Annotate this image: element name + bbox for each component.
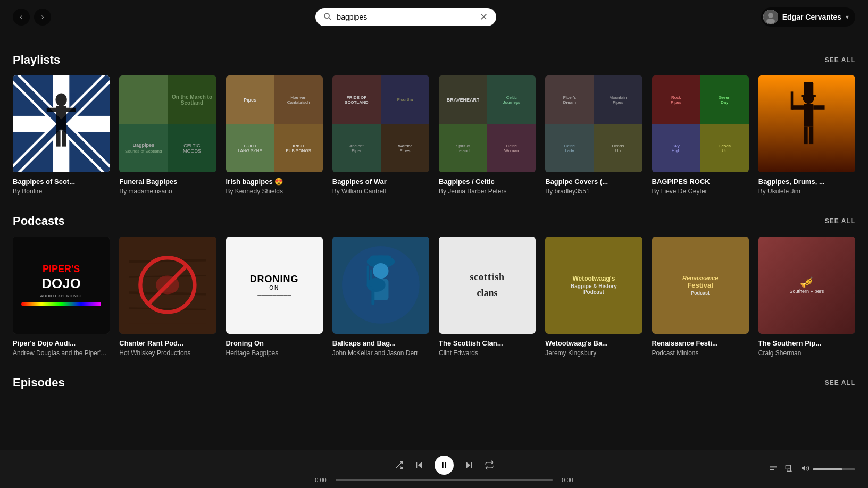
card-title: BAGPIPES ROCK bbox=[652, 178, 749, 186]
podcast-card[interactable]: DRONING ON ▬▬▬▬▬▬▬▬▬ Droning On Heritage… bbox=[226, 237, 323, 356]
volume-icon[interactable] bbox=[801, 464, 809, 475]
svg-marker-47 bbox=[418, 462, 422, 468]
repeat-button[interactable] bbox=[485, 460, 494, 470]
svg-rect-27 bbox=[809, 127, 813, 144]
devices-button[interactable] bbox=[785, 464, 794, 475]
playlist-card[interactable]: On the March to Scotland Bagpipes Sounds… bbox=[119, 75, 216, 195]
card-title: Bagpipes / Celtic bbox=[439, 178, 536, 186]
user-menu[interactable]: Edgar Cervantes ▾ bbox=[761, 7, 855, 27]
search-bar: ✕ bbox=[315, 8, 496, 26]
card-title: Bagpipes, Drums, ... bbox=[758, 178, 855, 186]
card-title: Chanter Rant Pod... bbox=[119, 339, 216, 347]
episodes-see-all-button[interactable]: SEE ALL bbox=[825, 379, 855, 386]
play-pause-button[interactable] bbox=[435, 456, 454, 475]
card-title: Wetootwaag's Ba... bbox=[545, 339, 642, 347]
playlists-grid: Bagpipes of Scot... By Bonfire On the Ma… bbox=[13, 75, 855, 195]
card-title: Funeral Bagpipes bbox=[119, 178, 216, 186]
svg-point-41 bbox=[367, 278, 386, 292]
card-image: PIPER'S DOJO AUDIO EXPERIENCE bbox=[13, 237, 110, 333]
card-title: Bagpipes of Scot... bbox=[13, 178, 110, 186]
card-title: Bagpipe Covers (... bbox=[545, 178, 642, 186]
shuffle-button[interactable] bbox=[394, 460, 404, 470]
card-image: BRAVEHEART CelticJourneys Spirit ofIrela… bbox=[439, 75, 536, 172]
card-image: Piper'sDream MountainPipes CelticLady He… bbox=[545, 75, 642, 172]
svg-rect-55 bbox=[770, 469, 774, 470]
playlist-card[interactable]: Piper'sDream MountainPipes CelticLady He… bbox=[545, 75, 642, 195]
avatar bbox=[763, 10, 778, 24]
svg-rect-54 bbox=[770, 467, 777, 468]
progress-track[interactable] bbox=[336, 479, 553, 481]
bottom-player: 0:00 0:00 bbox=[0, 450, 868, 488]
podcast-card[interactable]: Renaissance Festival Podcast Renaissance… bbox=[652, 237, 749, 356]
card-image: Pipes Hoe vanCantabrisch BUILDLANG SYNE … bbox=[226, 75, 323, 172]
svg-rect-50 bbox=[445, 462, 446, 468]
svg-rect-56 bbox=[786, 465, 790, 469]
queue-button[interactable] bbox=[769, 464, 778, 475]
card-image bbox=[758, 75, 855, 172]
podcast-card[interactable]: Chanter Rant Pod... Hot Whiskey Producti… bbox=[119, 237, 216, 356]
playlist-card[interactable]: Pipes Hoe vanCantabrisch BUILDLANG SYNE … bbox=[226, 75, 323, 195]
podcast-card[interactable]: scottish clans The Scottish Clan... Clin… bbox=[439, 237, 536, 356]
card-subtitle: Heritage Bagpipes bbox=[226, 349, 323, 357]
card-title: Droning On bbox=[226, 339, 323, 347]
main-content: Playlists SEE ALL bbox=[0, 53, 868, 441]
playlist-card[interactable]: BRAVEHEART CelticJourneys Spirit ofIrela… bbox=[439, 75, 536, 195]
playlist-card[interactable]: RockPipes GreenDay SkyHigh HeadsUp BAGP bbox=[652, 75, 749, 195]
svg-rect-48 bbox=[416, 462, 418, 468]
svg-rect-22 bbox=[804, 104, 813, 127]
svg-rect-23 bbox=[792, 105, 804, 110]
svg-point-4 bbox=[766, 19, 775, 24]
player-right bbox=[769, 464, 855, 475]
prev-button[interactable] bbox=[414, 460, 424, 470]
playlist-card[interactable]: Bagpipes of Scot... By Bonfire bbox=[13, 75, 110, 195]
card-title: Renaissance Festi... bbox=[652, 339, 749, 347]
podcast-card[interactable]: 🎺 Southern Pipers The Southern Pip... Cr… bbox=[758, 237, 855, 356]
svg-rect-24 bbox=[813, 105, 824, 110]
current-time: 0:00 bbox=[311, 477, 330, 483]
playlist-card[interactable]: Bagpipes, Drums, ... By Ukulele Jim bbox=[758, 75, 855, 195]
svg-line-29 bbox=[129, 260, 206, 262]
svg-rect-44 bbox=[367, 266, 369, 287]
player-center: 0:00 0:00 bbox=[119, 456, 769, 483]
podcasts-title: Podcasts bbox=[13, 214, 65, 228]
card-image bbox=[332, 237, 429, 333]
playlists-see-all-button[interactable]: SEE ALL bbox=[825, 56, 855, 64]
clear-search-button[interactable]: ✕ bbox=[480, 12, 488, 22]
card-subtitle: By William Cantrell bbox=[332, 188, 429, 195]
svg-rect-52 bbox=[471, 462, 472, 468]
volume-fill bbox=[813, 468, 842, 470]
card-image bbox=[13, 75, 110, 172]
svg-rect-21 bbox=[801, 95, 815, 97]
card-image: DRONING ON ▬▬▬▬▬▬▬▬▬ bbox=[226, 237, 323, 333]
card-title: Bagpipes of War bbox=[332, 178, 429, 186]
svg-marker-51 bbox=[466, 462, 471, 468]
podcast-card[interactable]: Wetootwaag's Bagpipe & History Podcast W… bbox=[545, 237, 642, 356]
card-image: 🎺 Southern Pipers bbox=[758, 237, 855, 333]
card-subtitle: Hot Whiskey Productions bbox=[119, 349, 216, 357]
svg-point-12 bbox=[55, 93, 66, 106]
next-button[interactable] bbox=[464, 460, 474, 470]
podcasts-see-all-button[interactable]: SEE ALL bbox=[825, 217, 855, 225]
back-button[interactable]: ‹ bbox=[13, 9, 30, 26]
svg-point-35 bbox=[156, 276, 179, 295]
card-image: scottish clans bbox=[439, 237, 536, 333]
svg-line-1 bbox=[329, 18, 331, 20]
card-subtitle: By Bonfire bbox=[13, 188, 110, 195]
playlist-card[interactable]: PRIDE OFSCOTLAND Flourtha AncientPiper W… bbox=[332, 75, 429, 195]
svg-point-39 bbox=[373, 264, 388, 279]
forward-button[interactable]: › bbox=[34, 9, 51, 26]
card-subtitle: By madameinsano bbox=[119, 188, 216, 195]
svg-rect-14 bbox=[47, 108, 56, 112]
svg-rect-15 bbox=[66, 108, 76, 112]
user-name: Edgar Cervantes bbox=[782, 13, 841, 21]
card-subtitle: Andrew Douglas and the Piper's Dojo Team bbox=[13, 349, 110, 357]
search-input[interactable] bbox=[337, 13, 474, 21]
card-subtitle: By Kennedy Shields bbox=[226, 188, 323, 195]
volume-bar[interactable] bbox=[813, 468, 855, 470]
svg-rect-43 bbox=[370, 270, 372, 287]
total-time: 0:00 bbox=[558, 477, 577, 483]
search-icon bbox=[324, 13, 331, 22]
svg-rect-17 bbox=[62, 130, 66, 146]
podcast-card[interactable]: PIPER'S DOJO AUDIO EXPERIENCE Piper's Do… bbox=[13, 237, 110, 356]
podcast-card[interactable]: Ballcaps and Bag... John McKellar and Ja… bbox=[332, 237, 429, 356]
